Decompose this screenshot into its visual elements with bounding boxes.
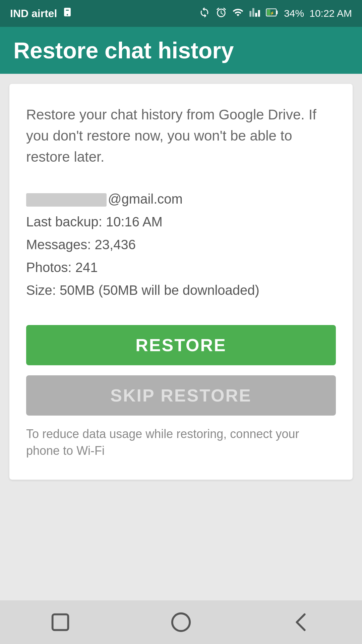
alarm-icon (216, 7, 227, 20)
back-button[interactable] (285, 609, 318, 636)
carrier-info: IND airtel (10, 6, 73, 20)
email-domain: @gmail.com (108, 192, 183, 206)
recent-apps-button[interactable] (44, 609, 77, 636)
svg-point-5 (172, 613, 190, 631)
restore-card: Restore your chat history from Google Dr… (9, 84, 353, 480)
home-button[interactable] (164, 609, 198, 636)
status-icons: ⚡ 34% 10:22 AM (199, 7, 352, 20)
last-backup: Last backup: 10:16 AM (26, 210, 336, 233)
svg-text:⚡: ⚡ (270, 11, 275, 15)
backup-info: @gmail.com Last backup: 10:16 AM Message… (26, 187, 336, 302)
wifi-notice: To reduce data usage while restoring, co… (26, 426, 336, 460)
email-blurred (26, 193, 107, 207)
photos-count: Photos: 241 (26, 256, 336, 279)
time-display: 10:22 AM (309, 8, 352, 19)
battery-percentage: 34% (284, 8, 304, 19)
toolbar: Restore chat history (0, 27, 362, 74)
battery-icon: ⚡ (266, 7, 279, 20)
skip-restore-button[interactable]: SKIP RESTORE (26, 375, 336, 416)
email-row: @gmail.com (26, 187, 336, 210)
size-info: Size: 50MB (50MB will be downloaded) (26, 279, 336, 302)
page-title: Restore chat history (13, 37, 234, 63)
screenshot-icon (62, 6, 73, 20)
wifi-icon (232, 7, 244, 20)
sync-icon (199, 7, 210, 20)
signal-icon (249, 7, 260, 20)
carrier-name: IND airtel (10, 7, 57, 20)
messages-count: Messages: 23,436 (26, 233, 336, 256)
main-content: Restore your chat history from Google Dr… (0, 74, 362, 490)
svg-rect-4 (53, 614, 68, 630)
nav-bar (0, 600, 362, 644)
description-text: Restore your chat history from Google Dr… (26, 104, 336, 167)
status-bar: IND airtel (0, 0, 362, 27)
restore-button[interactable]: RESTORE (26, 325, 336, 365)
svg-rect-2 (276, 10, 278, 14)
